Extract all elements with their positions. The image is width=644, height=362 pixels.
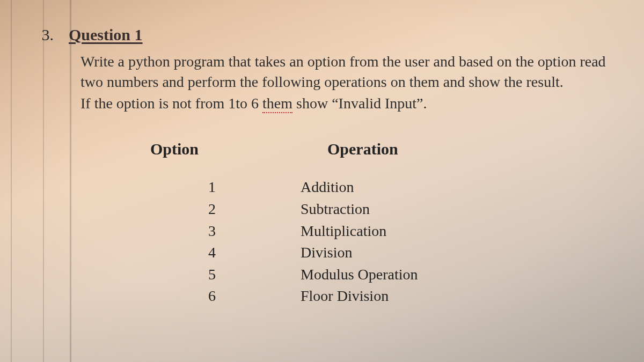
cell-operation: Floor Division <box>301 285 612 307</box>
cell-option: 5 <box>150 264 274 286</box>
table-body: 1 Addition 2 Subtraction 3 Multiplicatio… <box>123 176 612 307</box>
question-title: Question 1 <box>69 26 143 44</box>
table-row: 4 Division <box>123 242 612 264</box>
cell-operation: Multiplication <box>301 220 612 242</box>
cell-operation: Modulus Operation <box>301 264 612 286</box>
options-table: Option Operation 1 Addition 2 Subtractio… <box>123 140 612 307</box>
instruction-line-2-pre: If the option is not from 1to 6 <box>80 95 262 112</box>
table-row: 3 Multiplication <box>123 220 612 242</box>
cell-option: 2 <box>150 198 274 220</box>
instruction-line-1: Write a python program that takes an opt… <box>80 51 612 92</box>
table-row: 2 Subtraction <box>123 198 612 220</box>
cell-operation: Subtraction <box>301 198 612 220</box>
cell-option: 1 <box>150 176 274 198</box>
cell-option: 6 <box>150 285 274 307</box>
table-row: 6 Floor Division <box>123 285 612 307</box>
cell-operation: Addition <box>301 176 612 198</box>
instruction-line-2: If the option is not from 1to 6 them sho… <box>80 93 612 114</box>
header-option: Option <box>123 140 327 158</box>
table-row: 1 Addition <box>123 176 612 198</box>
cell-operation: Division <box>301 242 612 264</box>
margin-rule <box>11 0 12 362</box>
margin-rule <box>70 0 71 362</box>
cell-option: 3 <box>150 220 274 242</box>
table-row: 5 Modulus Operation <box>123 264 612 286</box>
instruction-line-2-post: show “Invalid Input”. <box>292 95 427 112</box>
table-header: Option Operation <box>123 140 612 158</box>
spellcheck-squiggle-word: them <box>262 95 292 113</box>
margin-rule <box>43 0 44 362</box>
heading-row: 3. Question 1 <box>32 26 612 44</box>
cell-option: 4 <box>150 242 274 264</box>
header-operation: Operation <box>327 140 612 158</box>
instruction-text: Write a python program that takes an opt… <box>80 51 612 113</box>
document-page: 3. Question 1 Write a python program tha… <box>0 0 644 362</box>
